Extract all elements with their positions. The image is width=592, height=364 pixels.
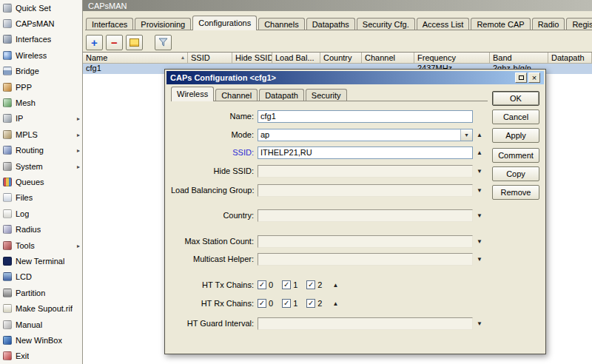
tab-access-list[interactable]: Access List (417, 18, 470, 30)
column-header-datapath[interactable]: Datapath (548, 53, 592, 64)
dialog-tab-channel[interactable]: Channel (215, 89, 258, 101)
tab-provisioning[interactable]: Provisioning (135, 18, 191, 30)
mode-collapse-arrow[interactable]: ▲ (473, 132, 486, 138)
ht-guard-interval-expand-arrow[interactable]: ▼ (473, 320, 486, 327)
rollup-button[interactable] (515, 73, 527, 83)
sidebar-item-wireless[interactable]: Wireless (0, 47, 82, 63)
country-expand-arrow[interactable]: ▼ (473, 212, 486, 219)
column-header-hide-ssid[interactable]: Hide SSID (232, 53, 272, 64)
ssid-collapse-arrow[interactable]: ▲ (473, 149, 486, 156)
checkbox-checked-icon: ✓ (306, 280, 315, 289)
tab-channels[interactable]: Channels (258, 18, 304, 30)
filter-button[interactable] (155, 35, 172, 50)
tab-datapaths[interactable]: Datapaths (306, 18, 355, 30)
window-title: CAPsMAN (88, 1, 127, 10)
capsman-window: CAPsMAN Interfaces Provisioning Configur… (83, 0, 592, 364)
ht-rx-chain-0-checkbox[interactable]: ✓0 (258, 299, 273, 308)
column-header-name[interactable]: ▴Name (83, 53, 188, 64)
remove-dialog-button[interactable]: Remove (492, 185, 539, 200)
name-input[interactable] (258, 110, 473, 123)
dialog-tab-wireless[interactable]: Wireless (171, 87, 214, 101)
sidebar-item-capsman[interactable]: CAPsMAN (0, 16, 82, 31)
column-header-country[interactable]: Country (320, 53, 362, 64)
ht-tx-chain-1-checkbox[interactable]: ✓1 (282, 280, 297, 289)
sidebar-item-mpls[interactable]: MPLS▸ (0, 127, 82, 142)
comment-dialog-button[interactable]: Comment (492, 148, 539, 163)
name-label: Name: (171, 112, 254, 121)
sidebar-item-interfaces[interactable]: Interfaces (0, 32, 82, 47)
log-icon (3, 209, 12, 218)
load-balancing-group-field[interactable] (258, 184, 473, 197)
sidebar-item-log[interactable]: Log (0, 206, 82, 221)
tab-registration-table[interactable]: Registration Table (566, 18, 592, 30)
tab-remote-cap[interactable]: Remote CAP (471, 18, 530, 30)
ht-tx-chain-0-checkbox[interactable]: ✓0 (258, 280, 273, 289)
column-header-frequency[interactable]: Frequency (414, 53, 490, 64)
hide-ssid-field[interactable] (258, 165, 473, 178)
field-row-hide-ssid: Hide SSID: ▼ (171, 164, 486, 178)
dialog-tab-bar: Wireless Channel Datapath Security (171, 87, 488, 101)
sidebar-item-new-terminal[interactable]: New Terminal (0, 253, 82, 269)
sidebar-item-bridge[interactable]: Bridge (0, 64, 82, 79)
sidebar-item-radius[interactable]: Radius (0, 221, 82, 237)
ht-guard-interval-field[interactable] (258, 317, 473, 330)
sidebar-item-queues[interactable]: Queues (0, 174, 82, 189)
copy-button[interactable]: Copy (492, 166, 539, 181)
sidebar-item-ip[interactable]: IP▸ (0, 111, 82, 127)
sidebar-item-exit[interactable]: Exit (0, 348, 82, 364)
sidebar-item-mesh[interactable]: Mesh (0, 95, 82, 110)
sidebar-item-routing[interactable]: Routing▸ (0, 143, 82, 158)
ht-rx-chains-collapse-arrow[interactable]: ▲ (332, 300, 338, 307)
max-station-count-expand-arrow[interactable]: ▼ (473, 238, 486, 245)
country-field[interactable] (258, 209, 473, 222)
max-station-count-field[interactable] (258, 235, 473, 248)
sidebar-item-new-winbox[interactable]: New WinBox (0, 332, 82, 348)
dialog-tab-datapath[interactable]: Datapath (259, 89, 304, 101)
ht-rx-chain-1-checkbox[interactable]: ✓1 (282, 299, 297, 308)
sidebar-item-files[interactable]: Files (0, 190, 82, 206)
comment-button[interactable] (126, 35, 143, 50)
ssid-input[interactable] (258, 146, 473, 159)
dialog-titlebar[interactable]: CAPs Configuration <cfg1> × (166, 71, 544, 84)
quick-set-icon (3, 4, 12, 13)
sidebar-item-make-supout[interactable]: Make Supout.rif (0, 300, 82, 316)
tab-interfaces[interactable]: Interfaces (86, 18, 133, 30)
sidebar-item-manual[interactable]: Manual (0, 317, 82, 332)
mode-dropdown-button[interactable]: ▼ (460, 129, 472, 141)
close-button[interactable]: × (528, 73, 540, 83)
sidebar-item-tools[interactable]: Tools▸ (0, 237, 82, 253)
mode-input[interactable] (258, 129, 460, 141)
ok-button[interactable]: OK (492, 91, 539, 106)
ht-rx-chain-2-checkbox[interactable]: ✓2 (306, 299, 322, 308)
checkbox-checked-icon: ✓ (282, 280, 291, 289)
add-button[interactable]: + (86, 35, 103, 50)
load-balancing-group-expand-arrow[interactable]: ▼ (473, 187, 486, 194)
submenu-arrow-icon: ▸ (77, 242, 80, 249)
tab-radio[interactable]: Radio (532, 18, 565, 30)
dialog-tab-security[interactable]: Security (306, 89, 347, 101)
column-header-ssid[interactable]: SSID (188, 53, 232, 64)
caps-configuration-dialog: CAPs Configuration <cfg1> × Wireless Cha… (164, 69, 546, 354)
ht-tx-chains-collapse-arrow[interactable]: ▲ (332, 282, 338, 289)
radius-icon (3, 225, 12, 234)
ht-tx-chain-2-checkbox[interactable]: ✓2 (306, 280, 322, 289)
tab-security-cfg[interactable]: Security Cfg. (357, 18, 415, 30)
remove-button[interactable]: − (106, 35, 123, 50)
hide-ssid-expand-arrow[interactable]: ▼ (473, 168, 486, 175)
sidebar-item-system[interactable]: System▸ (0, 158, 82, 174)
ht-tx-chains-group: ✓0 ✓1 ✓2 ▲ (258, 280, 473, 289)
column-header-load-bal[interactable]: Load Bal... (272, 53, 320, 64)
mesh-icon (3, 98, 12, 107)
multicast-helper-expand-arrow[interactable]: ▼ (473, 256, 486, 263)
multicast-helper-field[interactable] (258, 253, 473, 266)
cancel-button[interactable]: Cancel (492, 109, 539, 124)
filter-icon (158, 38, 168, 47)
sidebar-item-ppp[interactable]: PPP (0, 79, 82, 95)
sidebar-item-partition[interactable]: Partition (0, 285, 82, 300)
sidebar-item-quick-set[interactable]: Quick Set (0, 0, 82, 16)
sidebar-item-lcd[interactable]: LCD (0, 269, 82, 285)
apply-button[interactable]: Apply (492, 128, 539, 143)
column-header-channel[interactable]: Channel (362, 53, 414, 64)
tab-configurations[interactable]: Configurations (192, 16, 257, 30)
column-header-band[interactable]: Band (490, 53, 548, 64)
